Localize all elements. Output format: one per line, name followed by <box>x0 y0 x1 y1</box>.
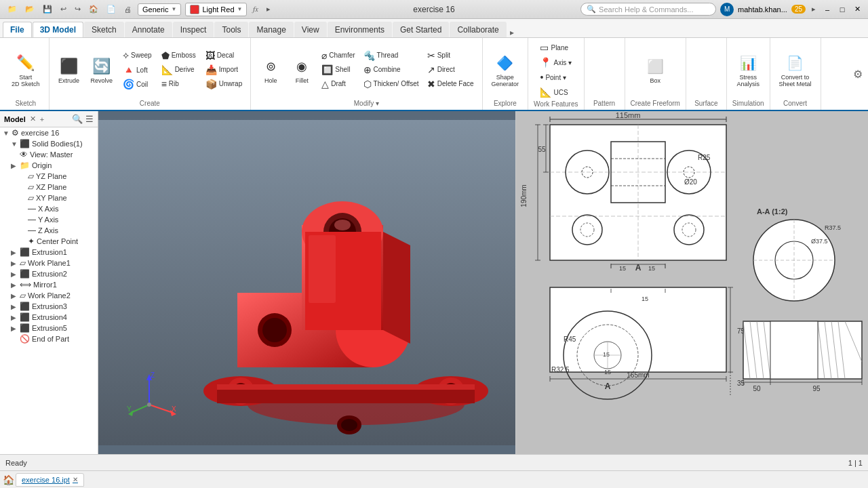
emboss-button[interactable]: ⬟Emboss <box>159 49 199 62</box>
maximize-button[interactable]: □ <box>837 4 848 15</box>
notification-badge[interactable]: 25 <box>791 5 806 14</box>
tab-annotate[interactable]: Annotate <box>125 22 172 37</box>
tree-item-z-axis[interactable]: — Z Axis <box>16 225 98 236</box>
tree-item-extrusion5[interactable]: ▶ ⬛ Extrusion5 <box>8 323 98 333</box>
tree-item-solid-bodies[interactable]: ▼ ⬛ Solid Bodies(1) <box>8 138 98 149</box>
fillet-button[interactable]: ◉ Fillet <box>288 54 316 86</box>
tree-item-extrusion2[interactable]: ▶ ⬛ Extrusion2 <box>8 268 98 279</box>
thread-button[interactable]: 🔩Thread <box>361 49 422 62</box>
tree-item-center-point[interactable]: ✦ Center Point <box>16 236 98 247</box>
tree-item-workplane2[interactable]: ▶ ▱ Work Plane2 <box>8 290 98 301</box>
tree-item-end-of-part[interactable]: 🚫 End of Part <box>8 333 98 344</box>
tree-item-extrusion3[interactable]: ▶ ⬛ Extrusion3 <box>8 301 98 312</box>
redo-icon[interactable]: ↪ <box>73 3 83 15</box>
tab-tools[interactable]: Tools <box>214 22 248 37</box>
title-search-bar[interactable]: 🔍 Search Help & Commands... <box>580 3 716 16</box>
model-tab[interactable]: Model <box>4 115 26 123</box>
new-doc-icon[interactable]: 📄 <box>104 3 118 15</box>
tree-item-xz-plane[interactable]: ▱ XZ Plane <box>16 182 98 192</box>
coil-button[interactable]: 🌀Coil <box>120 77 155 91</box>
sidebar-search-icon[interactable]: 🔍 <box>72 114 83 124</box>
shape-generator-button[interactable]: 🔷 ShapeGenerator <box>488 50 523 89</box>
tree-item-yz-plane[interactable]: ▱ YZ Plane <box>16 171 98 182</box>
ribbon-settings-icon[interactable]: ⚙ <box>853 68 863 81</box>
user-avatar[interactable]: M <box>720 3 734 16</box>
color-dropdown[interactable]: Light Red ▼ <box>185 3 247 16</box>
extrude-button[interactable]: ⬛ Extrude <box>55 54 83 86</box>
sidebar-menu-icon[interactable]: ☰ <box>85 114 94 124</box>
loft-button[interactable]: 🔺Loft <box>120 63 155 77</box>
exercise-label: exercise 16 <box>21 129 59 137</box>
style-dropdown[interactable]: Generic ▼ <box>138 3 181 16</box>
direct-button[interactable]: ↗Direct <box>425 63 477 77</box>
tree-item-xy-plane[interactable]: ▱ XY Plane <box>16 192 98 203</box>
plane-button[interactable]: ▭Plane <box>537 41 571 54</box>
box-button[interactable]: ⬜ Box <box>641 54 669 86</box>
tab-getstarted[interactable]: Get Started <box>393 22 449 37</box>
tab-view[interactable]: View <box>294 22 327 37</box>
tabbar-home-icon[interactable]: 🏠 <box>3 474 14 485</box>
file-tab-exercise16[interactable]: exercise 16.ipt ✕ <box>16 473 84 487</box>
draft-button[interactable]: △Draft <box>319 77 357 91</box>
tree-item-extrusion1[interactable]: ▶ ⬛ Extrusion1 <box>8 247 98 258</box>
main-viewport[interactable]: Z X Y <box>98 111 515 454</box>
tree-item-mirror1[interactable]: ▶ ⟺ Mirror1 <box>8 279 98 290</box>
tree-item-y-axis[interactable]: — Y Axis <box>16 214 98 225</box>
stress-analysis-button[interactable]: 📊 StressAnalysis <box>733 50 763 89</box>
tree-item-workplane1[interactable]: ▶ ▱ Work Plane1 <box>8 258 98 268</box>
file-icon[interactable]: 📁 <box>5 3 19 15</box>
deleteface-button[interactable]: ✖Delete Face <box>425 77 477 91</box>
hole-button[interactable]: ⊚ Hole <box>256 54 285 86</box>
user-name[interactable]: mahtab.khan... <box>738 5 787 14</box>
import-button[interactable]: 📥Import <box>203 63 245 77</box>
undo-icon[interactable]: ↩ <box>58 3 68 15</box>
tree-item-extrusion4[interactable]: ▶ ⬛ Extrusion4 <box>8 312 98 323</box>
decal-button[interactable]: 🖼Decal <box>203 49 245 62</box>
tree-item-x-axis[interactable]: — X Axis <box>16 203 98 214</box>
revolve-button[interactable]: 🔄 Revolve <box>87 54 117 86</box>
minimize-button[interactable]: – <box>822 4 833 15</box>
save-icon[interactable]: 💾 <box>41 3 54 15</box>
tab-manage[interactable]: Manage <box>249 22 293 37</box>
rib-button[interactable]: ≡Rib <box>159 77 199 91</box>
derive-button[interactable]: 📐Derive <box>159 63 199 77</box>
tab-3dmodel[interactable]: 3D Model <box>33 22 83 37</box>
expand-icon[interactable]: ▸ <box>810 3 818 15</box>
combine-button[interactable]: ⊕Combine <box>361 63 422 77</box>
split-button[interactable]: ✂Split <box>425 49 477 62</box>
workspace: Model ✕ + 🔍 ☰ ▼ ⚙ exercise 16 ▼ ⬛ Solid … <box>0 111 868 454</box>
close-button[interactable]: ✕ <box>852 4 863 15</box>
ucs-button[interactable]: 📐UCS <box>537 85 570 99</box>
fx-icon[interactable]: 𝑓𝑥 <box>251 3 260 15</box>
more-tabs-icon[interactable]: ▸ <box>510 28 514 37</box>
svg-text:15: 15 <box>648 265 655 272</box>
chamfer-button[interactable]: ⌀Chamfer <box>319 49 357 62</box>
tab-sketch[interactable]: Sketch <box>84 22 124 37</box>
tree-item-exercise16[interactable]: ▼ ⚙ exercise 16 <box>0 127 98 138</box>
more-icon[interactable]: ▸ <box>264 3 273 15</box>
home-icon[interactable]: 🏠 <box>87 3 100 15</box>
open-icon[interactable]: 📂 <box>23 3 37 15</box>
tab-collaborate[interactable]: Collaborate <box>450 22 506 37</box>
axis-button[interactable]: 📍Axis ▾ <box>537 56 574 69</box>
tab-inspect[interactable]: Inspect <box>173 22 214 37</box>
extrusion4-label: Extrusion4 <box>32 313 67 321</box>
tab-file[interactable]: File <box>3 22 32 37</box>
add-tab-icon[interactable]: + <box>40 115 44 123</box>
tab-environments[interactable]: Environments <box>328 22 392 37</box>
workplane2-label: Work Plane2 <box>28 291 71 300</box>
shell-button[interactable]: 🔲Shell <box>319 63 357 77</box>
unwrap-button[interactable]: 📦Unwrap <box>203 77 245 91</box>
thicken-button[interactable]: ⬡Thicken/ Offset <box>361 77 422 91</box>
close-model-icon[interactable]: ✕ <box>30 115 36 123</box>
svg-text:Ø37.5: Ø37.5 <box>811 238 828 245</box>
split-icon: ✂ <box>427 50 435 61</box>
print-icon[interactable]: 🖨 <box>122 4 134 15</box>
sweep-button[interactable]: ⟡Sweep <box>120 48 155 62</box>
tree-item-origin[interactable]: ▶ 📁 Origin <box>8 160 98 171</box>
close-tab-icon[interactable]: ✕ <box>73 476 78 483</box>
convert-sheet-metal-button[interactable]: 📄 Convert toSheet Metal <box>776 50 815 89</box>
point-button[interactable]: •Point ▾ <box>537 70 568 84</box>
tree-item-view-master[interactable]: 👁 View: Master <box>8 149 98 160</box>
start-2d-sketch-button[interactable]: ✏️ Start2D Sketch <box>8 50 43 89</box>
